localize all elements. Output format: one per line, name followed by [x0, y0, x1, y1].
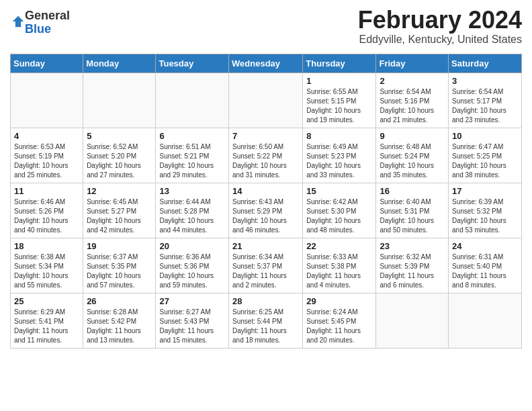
calendar-day-cell: 22Sunrise: 6:33 AMSunset: 5:38 PMDayligh…: [303, 238, 376, 293]
calendar-day-cell: 8Sunrise: 6:49 AMSunset: 5:23 PMDaylight…: [303, 128, 376, 183]
day-number: 27: [159, 296, 225, 306]
day-of-week-header: Friday: [376, 54, 449, 73]
calendar-day-cell: 28Sunrise: 6:25 AMSunset: 5:44 PMDayligh…: [229, 293, 303, 348]
day-number: 5: [87, 131, 152, 141]
day-number: 8: [306, 131, 372, 141]
day-number: 10: [452, 131, 518, 141]
day-number: 21: [232, 241, 299, 251]
day-info: Sunrise: 6:44 AMSunset: 5:28 PMDaylight:…: [159, 197, 225, 235]
calendar-day-cell: 20Sunrise: 6:36 AMSunset: 5:36 PMDayligh…: [156, 238, 229, 293]
calendar-day-cell: 11Sunrise: 6:46 AMSunset: 5:26 PMDayligh…: [11, 183, 83, 238]
day-number: 28: [232, 296, 299, 306]
day-info: Sunrise: 6:33 AMSunset: 5:38 PMDaylight:…: [306, 253, 372, 290]
calendar-day-cell: 10Sunrise: 6:47 AMSunset: 5:25 PMDayligh…: [449, 128, 522, 183]
title-section: February 2024 Eddyville, Kentucky, Unite…: [10, 7, 522, 46]
day-number: 24: [452, 241, 518, 251]
day-info: Sunrise: 6:47 AMSunset: 5:25 PMDaylight:…: [452, 142, 518, 180]
calendar-day-cell: 27Sunrise: 6:27 AMSunset: 5:43 PMDayligh…: [156, 293, 229, 348]
calendar-day-cell: [229, 73, 303, 128]
calendar-day-cell: 21Sunrise: 6:34 AMSunset: 5:37 PMDayligh…: [229, 238, 303, 293]
calendar-day-cell: 7Sunrise: 6:50 AMSunset: 5:22 PMDaylight…: [229, 128, 303, 183]
calendar-week-row: 11Sunrise: 6:46 AMSunset: 5:26 PMDayligh…: [11, 183, 522, 238]
day-number: 29: [306, 296, 372, 306]
calendar-table: SundayMondayTuesdayWednesdayThursdayFrid…: [10, 54, 522, 349]
month-year-title: February 2024: [10, 7, 522, 34]
day-info: Sunrise: 6:29 AMSunset: 5:41 PMDaylight:…: [14, 308, 79, 345]
calendar-day-cell: 4Sunrise: 6:53 AMSunset: 5:19 PMDaylight…: [11, 128, 83, 183]
day-of-week-header: Tuesday: [156, 54, 229, 73]
calendar-day-cell: 19Sunrise: 6:37 AMSunset: 5:35 PMDayligh…: [83, 238, 156, 293]
day-number: 4: [14, 131, 79, 141]
day-info: Sunrise: 6:25 AMSunset: 5:44 PMDaylight:…: [232, 308, 299, 345]
day-info: Sunrise: 6:24 AMSunset: 5:45 PMDaylight:…: [306, 308, 372, 345]
day-info: Sunrise: 6:55 AMSunset: 5:15 PMDaylight:…: [306, 87, 372, 125]
calendar-day-cell: [83, 73, 156, 128]
day-info: Sunrise: 6:32 AMSunset: 5:39 PMDaylight:…: [380, 253, 445, 290]
day-number: 26: [87, 296, 152, 306]
day-of-week-header: Sunday: [11, 54, 83, 73]
logo: General Blue: [10, 9, 70, 36]
day-info: Sunrise: 6:45 AMSunset: 5:27 PMDaylight:…: [87, 197, 152, 235]
day-info: Sunrise: 6:34 AMSunset: 5:37 PMDaylight:…: [232, 253, 299, 290]
day-number: 17: [452, 186, 518, 196]
svg-marker-0: [13, 15, 24, 27]
calendar-day-cell: [156, 73, 229, 128]
calendar-day-cell: 13Sunrise: 6:44 AMSunset: 5:28 PMDayligh…: [156, 183, 229, 238]
day-number: 22: [306, 241, 372, 251]
calendar-day-cell: 29Sunrise: 6:24 AMSunset: 5:45 PMDayligh…: [303, 293, 376, 348]
day-info: Sunrise: 6:43 AMSunset: 5:29 PMDaylight:…: [232, 197, 299, 235]
location-subtitle: Eddyville, Kentucky, United States: [10, 34, 522, 46]
calendar-day-cell: 17Sunrise: 6:39 AMSunset: 5:32 PMDayligh…: [449, 183, 522, 238]
calendar-day-cell: 16Sunrise: 6:40 AMSunset: 5:31 PMDayligh…: [376, 183, 449, 238]
day-info: Sunrise: 6:49 AMSunset: 5:23 PMDaylight:…: [306, 142, 372, 180]
day-number: 12: [87, 186, 152, 196]
day-of-week-header: Saturday: [449, 54, 522, 73]
day-number: 15: [306, 186, 372, 196]
day-number: 11: [14, 186, 79, 196]
calendar-week-row: 25Sunrise: 6:29 AMSunset: 5:41 PMDayligh…: [11, 293, 522, 348]
day-info: Sunrise: 6:28 AMSunset: 5:42 PMDaylight:…: [87, 308, 152, 345]
day-info: Sunrise: 6:51 AMSunset: 5:21 PMDaylight:…: [159, 142, 225, 180]
day-of-week-header: Thursday: [303, 54, 376, 73]
day-info: Sunrise: 6:37 AMSunset: 5:35 PMDaylight:…: [87, 253, 152, 290]
day-info: Sunrise: 6:46 AMSunset: 5:26 PMDaylight:…: [14, 197, 79, 235]
day-info: Sunrise: 6:39 AMSunset: 5:32 PMDaylight:…: [452, 197, 518, 235]
day-info: Sunrise: 6:54 AMSunset: 5:16 PMDaylight:…: [380, 87, 445, 125]
calendar-week-row: 1Sunrise: 6:55 AMSunset: 5:15 PMDaylight…: [11, 73, 522, 128]
day-number: 9: [380, 131, 445, 141]
day-info: Sunrise: 6:27 AMSunset: 5:43 PMDaylight:…: [159, 308, 225, 345]
calendar-day-cell: 24Sunrise: 6:31 AMSunset: 5:40 PMDayligh…: [449, 238, 522, 293]
day-info: Sunrise: 6:40 AMSunset: 5:31 PMDaylight:…: [380, 197, 445, 235]
calendar-day-cell: 2Sunrise: 6:54 AMSunset: 5:16 PMDaylight…: [376, 73, 449, 128]
calendar-day-cell: 15Sunrise: 6:42 AMSunset: 5:30 PMDayligh…: [303, 183, 376, 238]
calendar-day-cell: 18Sunrise: 6:38 AMSunset: 5:34 PMDayligh…: [11, 238, 83, 293]
day-number: 19: [87, 241, 152, 251]
logo-blue-text: Blue: [25, 23, 70, 36]
day-number: 6: [159, 131, 225, 141]
day-info: Sunrise: 6:53 AMSunset: 5:19 PMDaylight:…: [14, 142, 79, 180]
day-number: 16: [380, 186, 445, 196]
calendar-day-cell: 1Sunrise: 6:55 AMSunset: 5:15 PMDaylight…: [303, 73, 376, 128]
calendar-day-cell: [449, 293, 522, 348]
calendar-day-cell: [11, 73, 83, 128]
calendar-day-cell: 25Sunrise: 6:29 AMSunset: 5:41 PMDayligh…: [11, 293, 83, 348]
day-number: 3: [452, 76, 518, 86]
day-number: 14: [232, 186, 299, 196]
day-number: 13: [159, 186, 225, 196]
day-info: Sunrise: 6:54 AMSunset: 5:17 PMDaylight:…: [452, 87, 518, 125]
calendar-week-row: 18Sunrise: 6:38 AMSunset: 5:34 PMDayligh…: [11, 238, 522, 293]
day-number: 25: [14, 296, 79, 306]
header: General Blue February 2024 Eddyville, Ke…: [10, 7, 522, 50]
day-of-week-header: Monday: [83, 54, 156, 73]
day-of-week-header: Wednesday: [229, 54, 303, 73]
logo-icon: [11, 15, 25, 28]
calendar-day-cell: 23Sunrise: 6:32 AMSunset: 5:39 PMDayligh…: [376, 238, 449, 293]
logo-general-text: General: [25, 9, 70, 23]
calendar-day-cell: 3Sunrise: 6:54 AMSunset: 5:17 PMDaylight…: [449, 73, 522, 128]
calendar-day-cell: 12Sunrise: 6:45 AMSunset: 5:27 PMDayligh…: [83, 183, 156, 238]
day-number: 2: [380, 76, 445, 86]
day-number: 18: [14, 241, 79, 251]
day-number: 7: [232, 131, 299, 141]
calendar-day-cell: 14Sunrise: 6:43 AMSunset: 5:29 PMDayligh…: [229, 183, 303, 238]
day-info: Sunrise: 6:48 AMSunset: 5:24 PMDaylight:…: [380, 142, 445, 180]
